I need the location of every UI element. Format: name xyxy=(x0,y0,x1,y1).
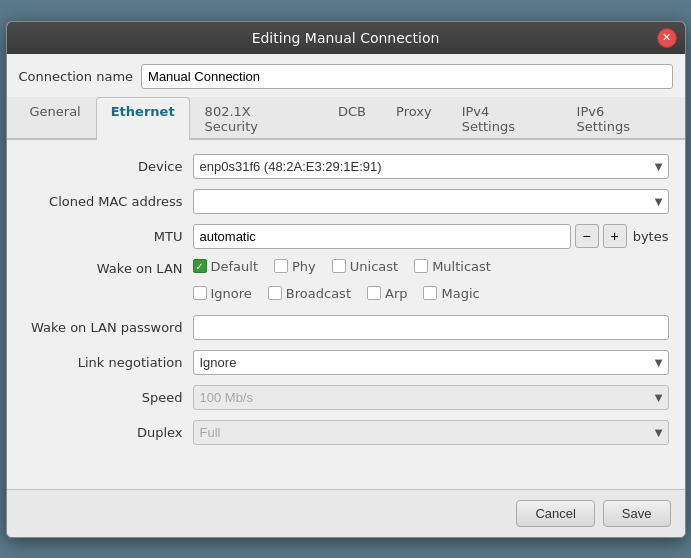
wake-multicast-checkbox[interactable] xyxy=(414,259,428,273)
wake-broadcast-checkbox[interactable] xyxy=(268,286,282,300)
wake-ignore-label: Ignore xyxy=(211,286,252,301)
tab-content: Device enp0s31f6 (48:2A:E3:29:1E:91) ▼ C… xyxy=(7,140,685,489)
wake-password-input[interactable] xyxy=(193,315,669,340)
link-negotiation-label: Link negotiation xyxy=(23,355,183,370)
link-negotiation-dropdown-wrap: Ignore Automatic Manual ▼ xyxy=(193,350,669,375)
titlebar-title: Editing Manual Connection xyxy=(252,30,440,46)
wake-unicast-label: Unicast xyxy=(350,259,398,274)
duplex-dropdown: Full xyxy=(193,420,669,445)
wake-multicast-label: Multicast xyxy=(432,259,491,274)
wake-option-ignore: Ignore xyxy=(193,286,252,301)
wake-on-lan-options: Default Phy Unicast Multicast xyxy=(193,259,669,305)
device-control: enp0s31f6 (48:2A:E3:29:1E:91) ▼ xyxy=(193,154,669,179)
device-row: Device enp0s31f6 (48:2A:E3:29:1E:91) ▼ xyxy=(23,154,669,179)
connection-name-input[interactable] xyxy=(141,64,672,89)
wake-option-multicast: Multicast xyxy=(414,259,491,274)
wake-password-label: Wake on LAN password xyxy=(23,320,183,335)
link-negotiation-row: Link negotiation Ignore Automatic Manual… xyxy=(23,350,669,375)
link-negotiation-control: Ignore Automatic Manual ▼ xyxy=(193,350,669,375)
footer: Cancel Save xyxy=(7,489,685,537)
wake-option-arp: Arp xyxy=(367,286,408,301)
wake-on-lan-row: Wake on LAN Default Phy Unicast Multi xyxy=(23,259,669,305)
device-dropdown[interactable]: enp0s31f6 (48:2A:E3:29:1E:91) xyxy=(193,154,669,179)
tabs-row: General Ethernet 802.1X Security DCB Pro… xyxy=(7,97,685,140)
mtu-label: MTU xyxy=(23,229,183,244)
wake-option-broadcast: Broadcast xyxy=(268,286,351,301)
duplex-dropdown-wrap: Full ▼ xyxy=(193,420,669,445)
cloned-mac-row: Cloned MAC address ▼ xyxy=(23,189,669,214)
tab-802-1x[interactable]: 802.1X Security xyxy=(190,97,323,140)
device-dropdown-wrap: enp0s31f6 (48:2A:E3:29:1E:91) ▼ xyxy=(193,154,669,179)
wake-magic-label: Magic xyxy=(441,286,479,301)
dialog: Editing Manual Connection ✕ Connection n… xyxy=(6,21,686,538)
wake-phy-checkbox[interactable] xyxy=(274,259,288,273)
cloned-mac-label: Cloned MAC address xyxy=(23,194,183,209)
cancel-button[interactable]: Cancel xyxy=(516,500,594,527)
duplex-row: Duplex Full ▼ xyxy=(23,420,669,445)
wake-magic-checkbox[interactable] xyxy=(423,286,437,300)
speed-control: 100 Mb/s ▼ xyxy=(193,385,669,410)
device-label: Device xyxy=(23,159,183,174)
tab-ipv6[interactable]: IPv6 Settings xyxy=(562,97,677,140)
wake-option-unicast: Unicast xyxy=(332,259,398,274)
tab-general[interactable]: General xyxy=(15,97,96,140)
link-negotiation-dropdown[interactable]: Ignore Automatic Manual xyxy=(193,350,669,375)
duplex-label: Duplex xyxy=(23,425,183,440)
tab-proxy[interactable]: Proxy xyxy=(381,97,447,140)
wake-broadcast-label: Broadcast xyxy=(286,286,351,301)
connection-name-row: Connection name xyxy=(7,54,685,97)
speed-label: Speed xyxy=(23,390,183,405)
mtu-input[interactable] xyxy=(193,224,571,249)
wake-default-checkbox[interactable] xyxy=(193,259,207,273)
wake-unicast-checkbox[interactable] xyxy=(332,259,346,273)
mtu-row: MTU − + bytes xyxy=(23,224,669,249)
wake-option-default: Default xyxy=(193,259,259,274)
wake-option-phy: Phy xyxy=(274,259,316,274)
wake-on-lan-label: Wake on LAN xyxy=(23,259,183,276)
wake-password-row: Wake on LAN password xyxy=(23,315,669,340)
duplex-control: Full ▼ xyxy=(193,420,669,445)
wake-default-label: Default xyxy=(211,259,259,274)
cloned-mac-dropdown[interactable] xyxy=(193,189,669,214)
wake-arp-checkbox[interactable] xyxy=(367,286,381,300)
tab-ipv4[interactable]: IPv4 Settings xyxy=(447,97,562,140)
mtu-plus-button[interactable]: + xyxy=(603,224,627,248)
speed-dropdown: 100 Mb/s xyxy=(193,385,669,410)
speed-row: Speed 100 Mb/s ▼ xyxy=(23,385,669,410)
mtu-bytes-label: bytes xyxy=(633,229,669,244)
connection-name-label: Connection name xyxy=(19,69,134,84)
speed-dropdown-wrap: 100 Mb/s ▼ xyxy=(193,385,669,410)
wake-ignore-checkbox[interactable] xyxy=(193,286,207,300)
mtu-minus-button[interactable]: − xyxy=(575,224,599,248)
cloned-mac-dropdown-wrap: ▼ xyxy=(193,189,669,214)
wake-phy-label: Phy xyxy=(292,259,316,274)
titlebar: Editing Manual Connection ✕ xyxy=(7,22,685,54)
wake-option-magic: Magic xyxy=(423,286,479,301)
close-button[interactable]: ✕ xyxy=(657,28,677,48)
tab-ethernet[interactable]: Ethernet xyxy=(96,97,190,140)
save-button[interactable]: Save xyxy=(603,500,671,527)
cloned-mac-control: ▼ xyxy=(193,189,669,214)
wake-arp-label: Arp xyxy=(385,286,408,301)
tab-dcb[interactable]: DCB xyxy=(323,97,381,140)
